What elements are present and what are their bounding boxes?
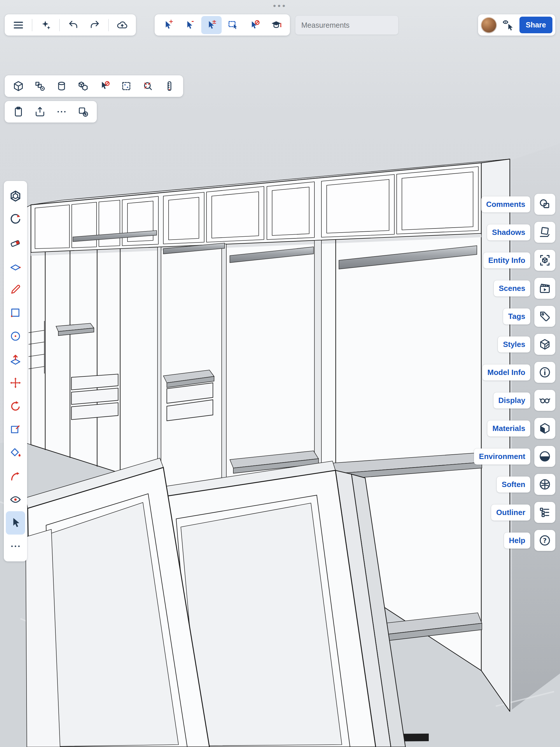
rectangle-tool-button[interactable]	[6, 254, 25, 278]
select-tool-button[interactable]	[6, 511, 25, 535]
solid-cube-button[interactable]	[8, 77, 29, 95]
entity-info-icon	[538, 254, 552, 267]
entity-info-button[interactable]	[534, 250, 555, 271]
display-label[interactable]: Display	[494, 392, 531, 409]
select-window-button[interactable]	[223, 16, 243, 34]
model-info-icon	[538, 366, 552, 379]
pointer-eye-icon	[502, 19, 514, 31]
styles-icon	[538, 338, 552, 351]
solid-group-icon	[77, 80, 89, 92]
materials-button[interactable]	[534, 418, 555, 439]
paint-bucket-tool-button[interactable]	[6, 441, 25, 465]
share-label: Share	[526, 21, 546, 29]
orbit-tool-button[interactable]	[6, 208, 25, 231]
help-label[interactable]: Help	[504, 533, 530, 548]
model-info-label[interactable]: Model Info	[482, 364, 530, 381]
followme-icon	[9, 470, 22, 483]
scenes-button[interactable]	[534, 278, 555, 299]
styles-label[interactable]: Styles	[498, 336, 530, 353]
zoom-selection-button[interactable]	[138, 77, 158, 95]
select-add-button[interactable]: +	[158, 16, 179, 34]
ai-sparkle-button[interactable]	[35, 16, 56, 34]
rotate-icon	[9, 400, 22, 413]
select-none-button[interactable]	[244, 16, 265, 34]
comments-button[interactable]	[534, 194, 555, 215]
pencil-tool-button[interactable]	[6, 278, 25, 301]
scenes-label[interactable]: Scenes	[494, 280, 530, 297]
undo-button[interactable]	[63, 16, 83, 34]
row-scenes: Scenes	[474, 278, 555, 299]
move-icon	[9, 377, 22, 389]
ai-sparkle-icon	[40, 19, 52, 31]
environment-button[interactable]	[534, 446, 555, 467]
styles-button[interactable]	[534, 334, 555, 355]
more-tools-button[interactable]	[6, 535, 25, 558]
arc-tool-button[interactable]	[6, 325, 25, 348]
move-tool-button[interactable]	[6, 371, 25, 394]
paste-icon	[12, 106, 25, 118]
instructor-button[interactable]	[266, 16, 287, 34]
deselect-button[interactable]	[95, 77, 115, 95]
row-soften: Soften	[474, 474, 555, 495]
components-icon	[34, 80, 46, 92]
select-toggle-icon: ±	[205, 19, 218, 31]
shadows-button[interactable]	[534, 222, 555, 243]
solid-group-button[interactable]	[73, 77, 93, 95]
divider	[59, 19, 60, 31]
comments-icon	[538, 198, 552, 211]
cylinder-button[interactable]	[51, 77, 72, 95]
paint-bucket-icon	[9, 446, 22, 459]
select-none-icon	[248, 19, 261, 31]
row-outliner: Outliner	[474, 502, 555, 523]
components-button[interactable]	[30, 77, 50, 95]
environment-label[interactable]: Environment	[474, 448, 530, 465]
lookaround-tool-button[interactable]	[6, 488, 25, 511]
shape-tool-button[interactable]	[6, 301, 25, 325]
section-tool-button[interactable]	[6, 418, 25, 441]
outliner-label[interactable]: Outliner	[491, 505, 530, 520]
followme-tool-button[interactable]	[6, 465, 25, 488]
comments-label[interactable]: Comments	[481, 197, 530, 212]
select-subtract-icon: -	[184, 19, 196, 31]
tags-button[interactable]	[534, 306, 555, 327]
soften-button[interactable]	[534, 474, 555, 495]
shadows-label[interactable]: Shadows	[487, 224, 530, 240]
sketchup-logo-button[interactable]	[6, 184, 25, 208]
rotate-tool-button[interactable]	[6, 394, 25, 418]
eraser-tool-button[interactable]	[6, 231, 25, 254]
avatar[interactable]	[481, 17, 497, 33]
svg-text:?: ?	[543, 537, 547, 544]
entity-info-label[interactable]: Entity Info	[483, 252, 530, 268]
measurements-input[interactable]	[295, 16, 398, 35]
share-button[interactable]: Share	[519, 17, 553, 33]
select-toggle-button[interactable]: ±	[201, 16, 222, 34]
tags-label[interactable]: Tags	[503, 308, 530, 325]
solid-cube-icon	[12, 80, 25, 92]
inspector-panel-list: Comments Shadows Entity Info Scenes	[474, 194, 555, 551]
app-handle-dots[interactable]: •••	[273, 1, 287, 10]
help-button[interactable]: ?	[534, 530, 555, 551]
display-button[interactable]	[534, 390, 555, 411]
duplicate-button[interactable]	[73, 103, 93, 121]
more-button[interactable]	[51, 103, 72, 121]
pushpull-tool-button[interactable]	[6, 348, 25, 371]
outliner-button[interactable]	[534, 502, 555, 523]
lookaround-icon	[9, 493, 22, 506]
cloud-sync-button[interactable]	[112, 16, 132, 34]
pencil-icon	[9, 283, 22, 296]
pointer-visibility-button[interactable]	[500, 16, 516, 34]
more-icon	[55, 106, 68, 118]
select-subtract-button[interactable]: -	[180, 16, 200, 34]
export-button[interactable]	[30, 103, 50, 121]
paste-button[interactable]	[8, 103, 29, 121]
undo-icon	[67, 19, 79, 31]
tape-measure-button[interactable]	[159, 77, 180, 95]
menu-button[interactable]	[8, 16, 29, 34]
materials-label[interactable]: Materials	[487, 420, 530, 437]
export-icon	[34, 106, 46, 118]
redo-button[interactable]	[85, 16, 105, 34]
model-info-button[interactable]	[534, 362, 555, 383]
soften-label[interactable]: Soften	[497, 476, 530, 493]
account-cluster: Share	[478, 14, 555, 35]
select-bounds-button[interactable]	[116, 77, 136, 95]
